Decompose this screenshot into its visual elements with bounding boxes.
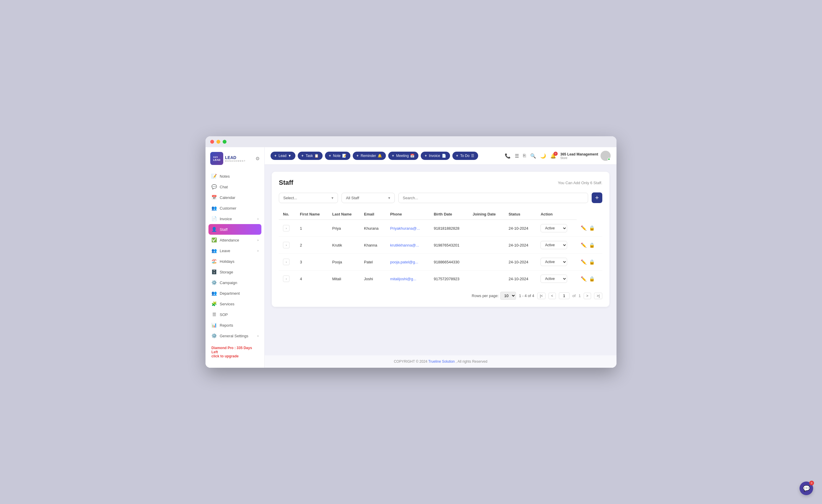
edit-icon[interactable]: ✏️: [581, 276, 586, 282]
sidebar-item-invoice[interactable]: 📄 Invoice ›: [206, 213, 264, 224]
cell-email[interactable]: pooja.patel@g...: [386, 254, 430, 271]
chevron-icon: ›: [258, 217, 259, 220]
cell-first_name: Krutik: [328, 237, 360, 254]
cell-joining-date: 24-10-2024: [504, 271, 536, 287]
list-icon[interactable]: ☰: [515, 153, 519, 159]
top-bar: + Lead ▼+ Task 📋+ Note 📝+ Reminder 🔔+ Me…: [265, 147, 616, 165]
copy-icon[interactable]: ⎘: [523, 153, 526, 158]
chat-bubble[interactable]: 💬 0: [800, 482, 813, 495]
status-select[interactable]: ActiveInactive: [540, 241, 567, 249]
select-filter[interactable]: Select... ▾: [279, 193, 338, 203]
nav-label: Department: [220, 291, 240, 296]
sidebar-item-attendance[interactable]: ✅ Attendance ›: [206, 235, 264, 245]
moon-icon[interactable]: 🌙: [540, 153, 546, 159]
edit-icon[interactable]: ✏️: [581, 225, 586, 231]
sidebar-item-department[interactable]: 👥 Department: [206, 288, 264, 299]
status-select[interactable]: ActiveInactive: [540, 275, 567, 283]
logo-badge: 365: [213, 156, 221, 158]
cell-phone: 919876543201: [430, 237, 469, 254]
sidebar-item-storage[interactable]: 🗄️ Storage: [206, 267, 264, 277]
maximize-dot[interactable]: [223, 140, 227, 144]
nav-label: Notes: [220, 174, 230, 178]
email-link[interactable]: krutikkhanna@...: [390, 243, 419, 247]
user-info[interactable]: 365 Lead Management Store: [560, 151, 610, 161]
col-action: Action: [536, 209, 576, 219]
nav-label: Storage: [220, 270, 233, 274]
toolbar-note-button[interactable]: + Note 📝: [325, 152, 350, 160]
lock-icon[interactable]: 🔒: [589, 225, 595, 231]
chevron-icon: ›: [258, 249, 259, 253]
minimize-dot[interactable]: [217, 140, 220, 144]
search-icon[interactable]: 🔍: [530, 153, 536, 159]
expand-row-button[interactable]: ›: [283, 242, 290, 248]
sidebar-item-holidays[interactable]: 🏖️ Holidays: [206, 256, 264, 267]
rows-per-page-select[interactable]: 10 25 50: [500, 292, 516, 300]
general-settings-icon: ⚙️: [212, 333, 217, 339]
phone-icon[interactable]: 📞: [505, 153, 511, 159]
nav-label: Attendance: [220, 238, 239, 242]
sidebar-item-staff[interactable]: 👤 Staff: [209, 224, 262, 235]
table-head: No.First NameLast NameEmailPhoneBirth Da…: [279, 209, 602, 219]
cell-status: ActiveInactive: [536, 219, 576, 237]
first-page-button[interactable]: |<: [537, 293, 545, 299]
sidebar-item-notes[interactable]: 📝 Notes: [206, 171, 264, 181]
cell-joining-date: 24-10-2024: [504, 219, 536, 237]
logo-icon: 365 LEAD: [210, 152, 223, 165]
nav-label: Staff: [220, 227, 228, 232]
search-input[interactable]: [398, 193, 588, 203]
expand-row-button[interactable]: ›: [283, 259, 290, 265]
prev-page-button[interactable]: <: [548, 293, 556, 299]
cell-email[interactable]: krutikkhanna@...: [386, 237, 430, 254]
toolbar-invoice-button[interactable]: + Invoice 📄: [421, 152, 450, 160]
sidebar-item-campaign[interactable]: ⚙️ Campaign: [206, 277, 264, 288]
sidebar-settings-icon[interactable]: ⚙: [256, 156, 260, 161]
edit-icon[interactable]: ✏️: [581, 259, 586, 265]
invoice-icon: 📄: [212, 216, 217, 221]
cell-email[interactable]: mitalijoshi@g...: [386, 271, 430, 287]
last-page-button[interactable]: >|: [594, 293, 602, 299]
reports-icon: 📊: [212, 323, 217, 328]
sidebar-item-chat[interactable]: 💬 Chat: [206, 181, 264, 192]
toolbar-meeting-button[interactable]: + Meeting 📅: [388, 152, 419, 160]
rows-per-page: Rows per page: 10 25 50: [472, 292, 516, 300]
status-select[interactable]: ActiveInactive: [540, 224, 567, 232]
staff-table: No.First NameLast NameEmailPhoneBirth Da…: [279, 209, 602, 287]
edit-icon[interactable]: ✏️: [581, 242, 586, 248]
sidebar-item-customer[interactable]: 👥 Customer: [206, 203, 264, 213]
toolbar-lead-button[interactable]: + Lead ▼: [271, 152, 295, 160]
email-link[interactable]: Priyakhurana@...: [390, 226, 420, 230]
sidebar-item-sop[interactable]: ☰ SOP: [206, 309, 264, 320]
email-link[interactable]: mitalijoshi@g...: [390, 277, 416, 281]
footer-link[interactable]: Trueline Solution: [428, 360, 455, 364]
toolbar-reminder-button[interactable]: + Reminder 🔔: [353, 152, 386, 160]
sidebar-item-general-settings[interactable]: ⚙️ General Settings ›: [206, 331, 264, 341]
next-page-button[interactable]: >: [584, 293, 591, 299]
bell-icon[interactable]: 🔔 0: [550, 153, 556, 159]
upgrade-link[interactable]: Diamond Pro : 335 Days Left click to upg…: [212, 346, 259, 358]
toolbar-task-button[interactable]: + Task 📋: [298, 152, 323, 160]
toolbar-todo-button[interactable]: + To Do ☰: [452, 152, 478, 160]
sidebar-item-reports[interactable]: 📊 Reports: [206, 320, 264, 331]
lock-icon[interactable]: 🔒: [589, 276, 595, 282]
page-number-input[interactable]: [559, 292, 569, 299]
close-dot[interactable]: [210, 140, 214, 144]
avatar: [600, 151, 610, 161]
main-content: + Lead ▼+ Task 📋+ Note 📝+ Reminder 🔔+ Me…: [265, 147, 616, 368]
leave-icon: 👥: [212, 248, 217, 253]
department-icon: 👥: [212, 291, 217, 296]
email-link[interactable]: pooja.patel@g...: [390, 260, 418, 264]
staff-filter[interactable]: All Staff ▾: [342, 193, 395, 203]
sidebar-item-leave[interactable]: 👥 Leave ›: [206, 245, 264, 256]
sidebar-item-calendar[interactable]: 📅 Calendar: [206, 192, 264, 203]
page-title: Staff: [279, 179, 293, 186]
cell-last_name: Khanna: [360, 237, 386, 254]
expand-row-button[interactable]: ›: [283, 225, 290, 231]
add-staff-button[interactable]: +: [592, 192, 602, 203]
lock-icon[interactable]: 🔒: [589, 242, 595, 248]
lock-icon[interactable]: 🔒: [589, 259, 595, 265]
sidebar-item-services[interactable]: 🧩 Services: [206, 299, 264, 309]
expand-row-button[interactable]: ›: [283, 276, 290, 282]
online-indicator: [607, 158, 610, 160]
status-select[interactable]: ActiveInactive: [540, 258, 567, 266]
cell-email[interactable]: Priyakhurana@...: [386, 219, 430, 237]
